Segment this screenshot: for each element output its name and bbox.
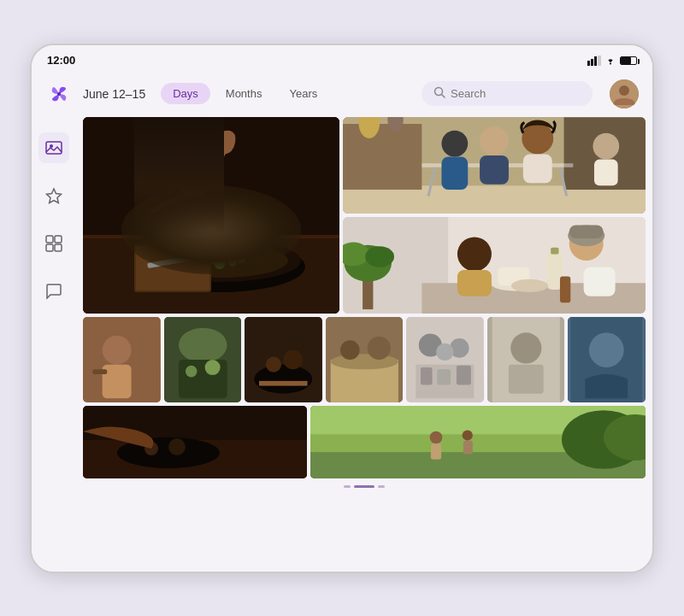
svg-point-5 [57,92,61,96]
svg-rect-83 [259,380,308,385]
grid-row-3 [83,406,646,478]
search-bar[interactable] [422,81,593,106]
photo-dining-scene[interactable] [343,217,646,314]
svg-rect-67 [584,267,616,296]
status-time: 12:00 [47,54,75,67]
svg-point-108 [168,438,186,455]
photo-grid [76,117,652,572]
nav-albums[interactable] [38,228,69,259]
grid-row-1 [83,117,646,314]
svg-rect-50 [594,159,618,185]
svg-point-86 [330,354,398,369]
svg-point-68 [511,279,548,291]
svg-rect-69 [560,276,570,302]
svg-point-78 [204,360,220,375]
scroll-indicator [83,482,646,490]
svg-point-82 [283,349,303,369]
svg-point-23 [211,256,220,265]
svg-rect-73 [92,369,107,374]
search-icon [433,86,445,101]
photo-thumb-7[interactable] [568,317,646,402]
svg-rect-3 [598,56,601,66]
wifi-icon [604,56,616,65]
svg-point-62 [457,237,492,271]
svg-rect-10 [46,142,62,154]
svg-rect-15 [55,244,62,251]
photo-thumb-6[interactable] [487,317,565,402]
photo-thumb-5[interactable] [406,317,484,402]
svg-rect-36 [343,124,422,190]
svg-rect-1 [591,59,593,66]
svg-line-7 [442,95,445,98]
svg-point-75 [179,327,227,362]
svg-point-92 [436,343,453,360]
nav-photos[interactable] [38,132,69,163]
photo-cooking-large[interactable] [83,117,339,314]
nav-messages[interactable] [38,276,69,307]
photo-thumb-1[interactable] [83,317,161,402]
pinwheel-icon [47,82,71,106]
svg-point-28 [228,258,237,267]
photo-thumb-3[interactable] [245,317,322,402]
photo-thumb-4[interactable] [326,317,404,402]
svg-rect-116 [431,443,441,459]
battery-icon [620,56,637,65]
svg-rect-100 [509,364,544,393]
grid-row-2 [83,317,646,402]
svg-rect-61 [551,247,558,254]
svg-rect-96 [457,365,471,384]
svg-rect-0 [587,61,590,66]
nav-favorites[interactable] [38,180,69,211]
signal-icon [587,56,601,66]
svg-rect-63 [457,269,492,296]
svg-rect-66 [569,225,604,238]
photo-people-group[interactable] [343,117,646,214]
svg-point-56 [365,246,394,267]
search-input[interactable] [451,87,581,100]
svg-point-43 [441,130,468,156]
photo-bottom-food[interactable] [83,406,307,478]
svg-rect-95 [438,369,451,384]
svg-point-117 [463,430,473,440]
svg-rect-12 [46,236,53,243]
svg-point-45 [480,126,509,155]
tab-years[interactable]: Years [277,83,329,104]
side-nav [32,117,76,572]
svg-rect-118 [463,440,473,454]
tab-days[interactable]: Days [161,83,210,104]
photo-thumb-2[interactable] [164,317,242,402]
svg-point-22 [198,252,208,262]
svg-rect-31 [147,252,207,267]
svg-point-77 [185,365,197,377]
tab-months[interactable]: Months [214,83,274,104]
svg-rect-30 [136,247,209,290]
date-range: June 12–15 [83,87,145,101]
svg-point-103 [589,332,624,367]
svg-point-49 [593,132,619,159]
svg-point-115 [430,431,443,443]
svg-point-24 [222,249,234,261]
avatar[interactable] [610,79,639,109]
svg-rect-72 [103,364,132,398]
scroll-dot-3 [378,485,385,488]
svg-rect-46 [480,155,509,184]
svg-point-88 [367,336,390,359]
svg-rect-48 [523,154,552,183]
app-logo [45,80,73,108]
svg-rect-13 [55,236,62,243]
svg-point-4 [610,62,611,64]
svg-point-25 [237,255,245,263]
scroll-dot-2 [354,485,374,488]
tablet-frame: 12:00 [30,44,654,573]
svg-rect-94 [421,367,433,384]
photo-right-column [343,117,646,314]
avatar-image [610,79,639,109]
svg-point-80 [254,364,312,393]
svg-rect-14 [46,244,53,251]
photo-bottom-outdoor[interactable] [310,406,646,478]
status-icons [587,56,637,66]
content-area [32,117,652,572]
svg-point-71 [103,335,132,364]
svg-point-99 [510,332,541,363]
status-bar: 12:00 [32,45,652,73]
